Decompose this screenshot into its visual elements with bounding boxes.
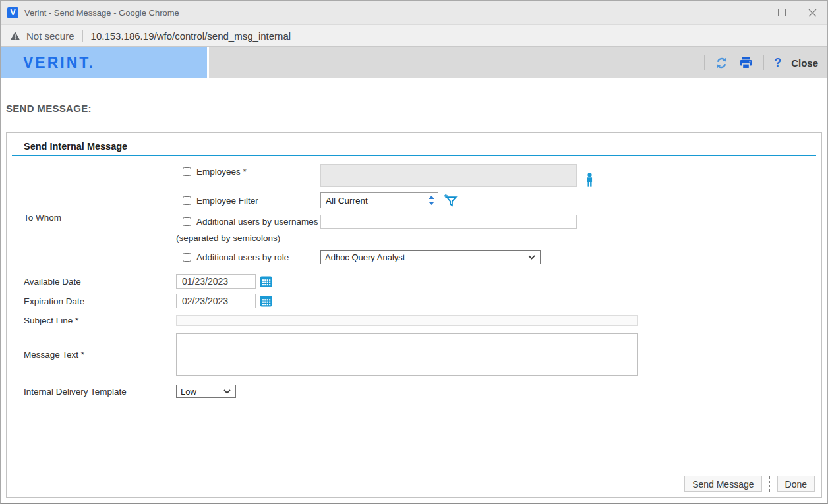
additional-role-value: Adhoc Query Analyst: [325, 252, 405, 262]
delivery-template-label: Internal Delivery Template: [24, 387, 176, 397]
button-divider: [769, 476, 770, 492]
help-button[interactable]: ?: [774, 56, 781, 70]
expiration-date-row: Expiration Date: [24, 294, 821, 308]
to-whom-label: To Whom: [24, 213, 61, 223]
employees-input[interactable]: [320, 164, 577, 187]
address-bar[interactable]: Not secure 10.153.186.19/wfo/control/sen…: [1, 24, 827, 47]
select-employees-button[interactable]: [585, 173, 594, 187]
maximize-icon: [778, 9, 786, 16]
done-button[interactable]: Done: [777, 476, 815, 492]
message-row: Message Text *: [24, 333, 821, 376]
url-text: 10.153.186.19/wfo/control/send_msg_inter…: [91, 30, 291, 42]
message-label: Message Text *: [24, 350, 176, 360]
available-date-input[interactable]: [176, 274, 256, 289]
employee-filter-value: All Current: [326, 196, 368, 206]
delivery-template-row: Internal Delivery Template Low: [24, 385, 821, 398]
refresh-icon: [715, 56, 728, 70]
window-controls: [736, 1, 827, 24]
available-date-calendar-button[interactable]: [260, 275, 272, 288]
employees-label: Employees *: [196, 167, 247, 177]
minimize-button[interactable]: [736, 1, 767, 24]
expiration-date-calendar-button[interactable]: [260, 295, 272, 308]
send-internal-message-panel: Send Internal Message To Whom Employees …: [6, 132, 822, 498]
employee-filter-checkbox[interactable]: [183, 196, 191, 205]
additional-role-checkbox[interactable]: [183, 253, 191, 262]
chevron-down-icon: [223, 389, 231, 394]
additional-role-label: Additional users by role: [196, 252, 289, 262]
available-date-row: Available Date: [24, 274, 821, 289]
additional-usernames-label: Additional users by usernames: [196, 217, 318, 227]
brand-band: VERINT.: [1, 47, 207, 78]
employees-row: Employees *: [176, 164, 821, 187]
panel-title: Send Internal Message: [24, 141, 821, 152]
page-title: SEND MESSAGE:: [6, 103, 827, 114]
header-toolbar: ? Close: [209, 47, 827, 78]
close-button[interactable]: Close: [791, 57, 818, 69]
panel-title-rule: [12, 155, 816, 156]
maximize-button[interactable]: [767, 1, 797, 24]
verint-favicon-icon: V: [7, 7, 18, 18]
calendar-icon: [260, 275, 272, 288]
employee-filter-label: Employee Filter: [196, 196, 258, 206]
delivery-template-value: Low: [181, 387, 196, 397]
print-icon: [738, 55, 754, 70]
url-separator: [82, 30, 83, 42]
not-secure-warning-icon: [10, 31, 20, 41]
subject-label: Subject Line *: [24, 316, 176, 325]
spinner-icon[interactable]: [429, 196, 434, 205]
chevron-down-icon: [528, 255, 535, 260]
employee-filter-row: Employee Filter All Current: [176, 192, 821, 208]
toolbar-divider: [763, 55, 764, 70]
person-icon: [585, 173, 594, 187]
browser-window: V Verint - Send Message - Google Chrome …: [0, 0, 828, 504]
title-bar: V Verint - Send Message - Google Chrome: [1, 1, 827, 24]
available-date-label: Available Date: [24, 277, 176, 287]
close-window-button[interactable]: [797, 1, 827, 24]
message-textarea[interactable]: [176, 333, 638, 376]
expiration-date-input[interactable]: [176, 294, 256, 308]
additional-role-row: Additional users by role Adhoc Query Ana…: [176, 250, 821, 264]
expiration-date-label: Expiration Date: [24, 296, 176, 306]
toolbar-divider: [704, 55, 705, 70]
security-label: Not secure: [26, 30, 74, 42]
usernames-note: (separated by semicolons): [176, 233, 821, 243]
edit-filter-button[interactable]: [444, 194, 458, 208]
subject-input[interactable]: [176, 315, 638, 326]
minimize-icon: [748, 13, 756, 13]
additional-usernames-checkbox[interactable]: [183, 217, 191, 226]
funnel-plus-icon: [444, 194, 458, 208]
employee-filter-select[interactable]: All Current: [320, 192, 438, 208]
calendar-icon: [260, 295, 272, 308]
window-title: Verint - Send Message - Google Chrome: [24, 8, 179, 18]
print-button[interactable]: [738, 55, 754, 70]
to-whom-group: To Whom Employees *: [7, 164, 821, 264]
additional-role-select[interactable]: Adhoc Query Analyst: [320, 250, 541, 264]
close-icon: [808, 9, 817, 17]
subject-row: Subject Line *: [24, 315, 821, 326]
additional-usernames-row: Additional users by usernames: [176, 215, 821, 229]
refresh-button[interactable]: [715, 56, 728, 70]
send-message-button[interactable]: Send Message: [684, 476, 761, 492]
verint-logo: VERINT.: [23, 54, 95, 72]
button-bar: Send Message Done: [684, 476, 815, 492]
delivery-template-select[interactable]: Low: [176, 385, 236, 398]
employees-checkbox[interactable]: [183, 167, 191, 176]
app-header: VERINT. ? Cl: [1, 47, 827, 78]
additional-usernames-input[interactable]: [320, 215, 577, 229]
